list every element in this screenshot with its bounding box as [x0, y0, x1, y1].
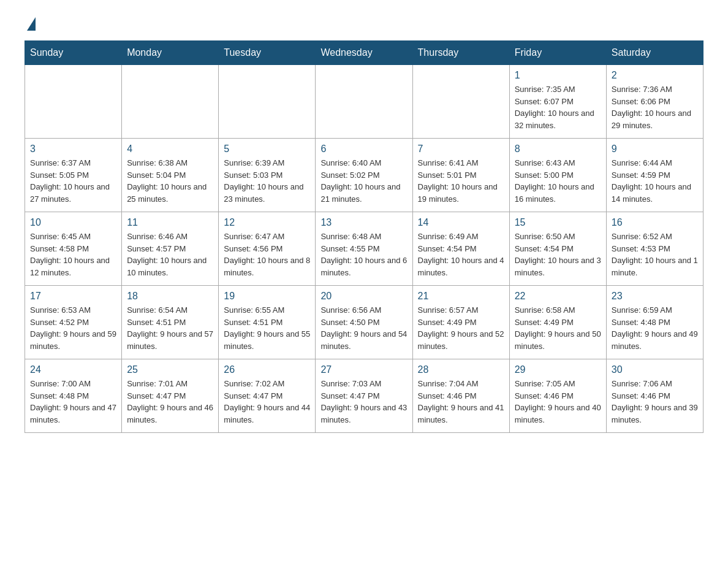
day-number: 17 — [30, 291, 116, 302]
calendar-week-row: 10Sunrise: 6:45 AM Sunset: 4:58 PM Dayli… — [25, 212, 703, 286]
day-number: 22 — [515, 291, 601, 302]
day-info: Sunrise: 6:56 AM Sunset: 4:50 PM Dayligh… — [320, 304, 407, 352]
day-of-week-header: Thursday — [412, 41, 509, 65]
day-number: 12 — [224, 217, 310, 228]
day-of-week-header: Wednesday — [316, 41, 412, 65]
day-info: Sunrise: 6:58 AM Sunset: 4:49 PM Dayligh… — [515, 304, 601, 352]
day-info: Sunrise: 7:03 AM Sunset: 4:47 PM Dayligh… — [320, 378, 407, 426]
day-info: Sunrise: 7:01 AM Sunset: 4:47 PM Dayligh… — [127, 378, 213, 426]
day-info: Sunrise: 6:38 AM Sunset: 5:04 PM Dayligh… — [127, 157, 213, 205]
day-number: 13 — [320, 217, 407, 228]
day-info: Sunrise: 6:47 AM Sunset: 4:56 PM Dayligh… — [224, 231, 310, 278]
calendar-week-row: 24Sunrise: 7:00 AM Sunset: 4:48 PM Dayli… — [25, 359, 703, 433]
day-number: 8 — [515, 144, 601, 155]
calendar-header-row: SundayMondayTuesdayWednesdayThursdayFrid… — [25, 41, 703, 65]
calendar-cell: 24Sunrise: 7:00 AM Sunset: 4:48 PM Dayli… — [25, 359, 122, 433]
calendar-cell: 21Sunrise: 6:57 AM Sunset: 4:49 PM Dayli… — [412, 286, 509, 359]
calendar-cell: 22Sunrise: 6:58 AM Sunset: 4:49 PM Dayli… — [509, 286, 606, 359]
day-info: Sunrise: 6:55 AM Sunset: 4:51 PM Dayligh… — [224, 304, 310, 352]
day-number: 6 — [320, 144, 407, 155]
calendar-cell — [316, 65, 412, 139]
calendar-cell: 26Sunrise: 7:02 AM Sunset: 4:47 PM Dayli… — [219, 359, 316, 433]
day-info: Sunrise: 6:48 AM Sunset: 4:55 PM Dayligh… — [320, 231, 407, 278]
calendar-cell: 25Sunrise: 7:01 AM Sunset: 4:47 PM Dayli… — [122, 359, 219, 433]
calendar-cell: 6Sunrise: 6:40 AM Sunset: 5:02 PM Daylig… — [316, 139, 412, 212]
day-info: Sunrise: 6:40 AM Sunset: 5:02 PM Dayligh… — [320, 157, 407, 205]
calendar-cell: 14Sunrise: 6:49 AM Sunset: 4:54 PM Dayli… — [412, 212, 509, 286]
day-info: Sunrise: 7:36 AM Sunset: 6:06 PM Dayligh… — [612, 83, 698, 131]
day-number: 9 — [612, 144, 698, 155]
calendar-cell: 8Sunrise: 6:43 AM Sunset: 5:00 PM Daylig… — [509, 139, 606, 212]
day-number: 27 — [320, 364, 407, 375]
day-of-week-header: Saturday — [606, 41, 703, 65]
day-info: Sunrise: 7:04 AM Sunset: 4:46 PM Dayligh… — [418, 378, 504, 426]
day-number: 23 — [612, 291, 698, 302]
day-number: 30 — [612, 364, 698, 375]
day-number: 15 — [515, 217, 601, 228]
day-number: 2 — [612, 70, 698, 81]
calendar-cell: 5Sunrise: 6:39 AM Sunset: 5:03 PM Daylig… — [219, 139, 316, 212]
calendar-cell — [219, 65, 316, 139]
calendar-week-row: 1Sunrise: 7:35 AM Sunset: 6:07 PM Daylig… — [25, 65, 703, 139]
day-info: Sunrise: 6:44 AM Sunset: 4:59 PM Dayligh… — [612, 157, 698, 205]
calendar-cell: 17Sunrise: 6:53 AM Sunset: 4:52 PM Dayli… — [25, 286, 122, 359]
day-number: 16 — [612, 217, 698, 228]
day-info: Sunrise: 6:57 AM Sunset: 4:49 PM Dayligh… — [418, 304, 504, 352]
calendar-cell: 18Sunrise: 6:54 AM Sunset: 4:51 PM Dayli… — [122, 286, 219, 359]
day-info: Sunrise: 7:02 AM Sunset: 4:47 PM Dayligh… — [224, 378, 310, 426]
day-info: Sunrise: 6:59 AM Sunset: 4:48 PM Dayligh… — [612, 304, 698, 352]
day-number: 20 — [320, 291, 407, 302]
day-info: Sunrise: 6:49 AM Sunset: 4:54 PM Dayligh… — [418, 231, 504, 278]
calendar-cell: 20Sunrise: 6:56 AM Sunset: 4:50 PM Dayli… — [316, 286, 412, 359]
calendar-cell: 10Sunrise: 6:45 AM Sunset: 4:58 PM Dayli… — [25, 212, 122, 286]
day-number: 19 — [224, 291, 310, 302]
calendar-cell: 13Sunrise: 6:48 AM Sunset: 4:55 PM Dayli… — [316, 212, 412, 286]
day-info: Sunrise: 6:43 AM Sunset: 5:00 PM Dayligh… — [515, 157, 601, 205]
calendar-cell: 28Sunrise: 7:04 AM Sunset: 4:46 PM Dayli… — [412, 359, 509, 433]
calendar-cell: 3Sunrise: 6:37 AM Sunset: 5:05 PM Daylig… — [25, 139, 122, 212]
calendar-cell: 12Sunrise: 6:47 AM Sunset: 4:56 PM Dayli… — [219, 212, 316, 286]
calendar-cell — [412, 65, 509, 139]
calendar-cell: 30Sunrise: 7:06 AM Sunset: 4:46 PM Dayli… — [606, 359, 703, 433]
day-number: 14 — [418, 217, 504, 228]
logo-triangle-icon — [27, 17, 36, 31]
day-number: 26 — [224, 364, 310, 375]
calendar-cell — [122, 65, 219, 139]
day-info: Sunrise: 7:06 AM Sunset: 4:46 PM Dayligh… — [612, 378, 698, 426]
day-of-week-header: Sunday — [25, 41, 122, 65]
day-number: 21 — [418, 291, 504, 302]
day-number: 28 — [418, 364, 504, 375]
day-info: Sunrise: 7:35 AM Sunset: 6:07 PM Dayligh… — [515, 83, 601, 131]
day-number: 29 — [515, 364, 601, 375]
day-info: Sunrise: 7:00 AM Sunset: 4:48 PM Dayligh… — [30, 378, 116, 426]
page-header — [25, 18, 703, 28]
calendar-cell: 23Sunrise: 6:59 AM Sunset: 4:48 PM Dayli… — [606, 286, 703, 359]
day-number: 1 — [515, 70, 601, 81]
calendar-cell: 1Sunrise: 7:35 AM Sunset: 6:07 PM Daylig… — [509, 65, 606, 139]
day-info: Sunrise: 6:45 AM Sunset: 4:58 PM Dayligh… — [30, 231, 116, 278]
calendar-cell: 7Sunrise: 6:41 AM Sunset: 5:01 PM Daylig… — [412, 139, 509, 212]
day-info: Sunrise: 6:50 AM Sunset: 4:54 PM Dayligh… — [515, 231, 601, 278]
day-info: Sunrise: 6:54 AM Sunset: 4:51 PM Dayligh… — [127, 304, 213, 352]
day-info: Sunrise: 7:05 AM Sunset: 4:46 PM Dayligh… — [515, 378, 601, 426]
calendar-cell: 2Sunrise: 7:36 AM Sunset: 6:06 PM Daylig… — [606, 65, 703, 139]
calendar-week-row: 3Sunrise: 6:37 AM Sunset: 5:05 PM Daylig… — [25, 139, 703, 212]
calendar-week-row: 17Sunrise: 6:53 AM Sunset: 4:52 PM Dayli… — [25, 286, 703, 359]
calendar-cell: 19Sunrise: 6:55 AM Sunset: 4:51 PM Dayli… — [219, 286, 316, 359]
calendar-cell: 29Sunrise: 7:05 AM Sunset: 4:46 PM Dayli… — [509, 359, 606, 433]
day-number: 25 — [127, 364, 213, 375]
day-of-week-header: Monday — [122, 41, 219, 65]
calendar-cell: 27Sunrise: 7:03 AM Sunset: 4:47 PM Dayli… — [316, 359, 412, 433]
calendar-cell: 15Sunrise: 6:50 AM Sunset: 4:54 PM Dayli… — [509, 212, 606, 286]
logo — [25, 18, 36, 28]
day-number: 4 — [127, 144, 213, 155]
day-number: 24 — [30, 364, 116, 375]
day-info: Sunrise: 6:46 AM Sunset: 4:57 PM Dayligh… — [127, 231, 213, 278]
calendar-table: SundayMondayTuesdayWednesdayThursdayFrid… — [25, 40, 703, 433]
day-of-week-header: Friday — [509, 41, 606, 65]
day-info: Sunrise: 6:41 AM Sunset: 5:01 PM Dayligh… — [418, 157, 504, 205]
day-number: 11 — [127, 217, 213, 228]
day-number: 18 — [127, 291, 213, 302]
calendar-cell: 11Sunrise: 6:46 AM Sunset: 4:57 PM Dayli… — [122, 212, 219, 286]
calendar-cell: 16Sunrise: 6:52 AM Sunset: 4:53 PM Dayli… — [606, 212, 703, 286]
